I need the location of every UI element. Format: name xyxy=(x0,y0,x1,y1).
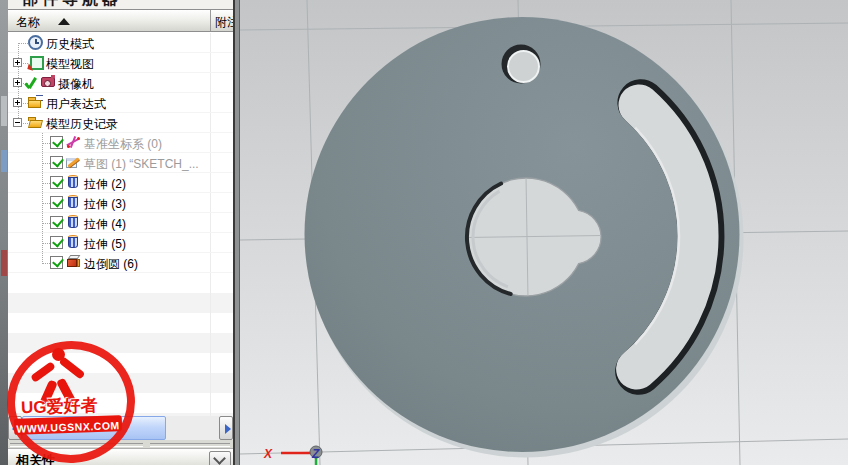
tree-row[interactable]: 拉伸 (3) xyxy=(8,193,233,213)
expand-toggle-icon[interactable] xyxy=(13,118,22,127)
checkmark-icon xyxy=(52,255,64,267)
feature-checkbox[interactable] xyxy=(50,196,63,209)
expand-toggle-icon[interactable] xyxy=(13,58,22,67)
csys-icon xyxy=(66,135,81,150)
blend-edge xyxy=(77,259,80,267)
tree-row[interactable]: 摄像机 xyxy=(8,73,233,93)
tree-item-label[interactable]: 摄像机 xyxy=(58,76,94,93)
feature-checkbox[interactable] xyxy=(50,256,63,269)
scroll-right-button[interactable] xyxy=(219,416,233,440)
graphics-viewport[interactable]: X Z xyxy=(240,0,848,465)
tree-row[interactable]: 草图 (1) “SKETCH_... xyxy=(8,153,233,173)
checkmark-icon xyxy=(52,215,64,227)
extrude-icon xyxy=(66,215,81,230)
tree-item-label[interactable]: 历史模式 xyxy=(46,36,94,53)
column-name-label[interactable]: 名称 xyxy=(16,14,40,31)
tree-row[interactable]: 拉伸 (5) xyxy=(8,233,233,253)
checkmark-icon xyxy=(52,155,64,167)
dependencies-label: 相关性 xyxy=(16,452,55,465)
scroll-left-button[interactable] xyxy=(8,416,22,440)
tree-row[interactable]: 用户表达式 xyxy=(8,93,233,113)
checkmark-icon xyxy=(52,135,64,147)
camera-icon xyxy=(41,77,55,87)
dependencies-section-bar[interactable]: 相关性 xyxy=(8,448,233,465)
graphics-canvas[interactable]: X Z xyxy=(240,0,848,465)
folder-expr-icon xyxy=(28,95,43,110)
checkmark-icon xyxy=(52,235,64,247)
resource-bar-segment xyxy=(1,150,7,172)
chevron-down-icon xyxy=(213,452,226,465)
expand-toggle-icon[interactable] xyxy=(13,98,22,107)
green-check-icon xyxy=(26,77,39,89)
tree-item-label[interactable]: 拉伸 (3) xyxy=(84,196,126,213)
resource-bar-strip xyxy=(0,0,8,465)
splitter-groove xyxy=(150,443,230,447)
scrollbar-thumb[interactable] xyxy=(22,416,166,440)
tree-empty-rows xyxy=(8,273,233,416)
splitter-groove xyxy=(10,443,143,447)
column-separator[interactable] xyxy=(210,10,211,32)
tree-item-label[interactable]: 边倒圆 (6) xyxy=(84,256,138,273)
column-note-label[interactable]: 附注 xyxy=(215,14,233,31)
resource-bar-segment xyxy=(1,250,7,276)
feature-checkbox[interactable] xyxy=(50,176,63,189)
sketch-icon xyxy=(66,155,81,170)
scroll-left-icon xyxy=(12,424,18,434)
tree-row[interactable]: 边倒圆 (6) xyxy=(8,253,233,273)
horizontal-scrollbar[interactable] xyxy=(8,416,233,440)
panel-title-text: 部件导航器 xyxy=(22,0,122,9)
extrude-icon xyxy=(66,195,81,210)
tree-row[interactable]: 模型视图 xyxy=(8,53,233,73)
checkmark-icon xyxy=(52,195,64,207)
tree-item-label[interactable]: 草图 (1) “SKETCH_... xyxy=(84,156,199,173)
feature-checkbox[interactable] xyxy=(50,236,63,249)
sort-ascending-icon[interactable] xyxy=(58,18,70,25)
checkmark-icon xyxy=(52,175,64,187)
tree-item-label[interactable]: 模型历史记录 xyxy=(46,116,118,133)
scroll-right-icon xyxy=(225,424,231,434)
resource-bar-segment xyxy=(1,96,7,126)
x-axis-label: X xyxy=(263,447,273,461)
extrude-icon xyxy=(66,235,81,250)
feature-tree: 历史模式 模型视图 摄像机 用户表达式 模型历史记录 基准坐标系 (0) 草 xyxy=(8,33,233,416)
expression-lines xyxy=(36,95,43,101)
z-axis-label: Z xyxy=(311,447,320,461)
tree-item-label[interactable]: 基准坐标系 (0) xyxy=(84,136,162,153)
clock-icon xyxy=(28,35,43,50)
tree-row[interactable]: 历史模式 xyxy=(8,33,233,53)
feature-checkbox[interactable] xyxy=(50,216,63,229)
feature-checkbox[interactable] xyxy=(50,136,63,149)
csys-dot xyxy=(77,137,80,140)
extrude-icon xyxy=(66,175,81,190)
top-hole-interior xyxy=(508,51,539,82)
nx-part-navigator-screen: 部件导航器 名称 附注 历史模式 模型视图 摄像机 xyxy=(0,0,848,465)
tree-item-label[interactable]: 模型视图 xyxy=(46,56,94,73)
tree-column-header[interactable]: 名称 附注 xyxy=(8,9,233,32)
top-hole xyxy=(502,45,541,84)
tree-item-label[interactable]: 拉伸 (5) xyxy=(84,236,126,253)
feature-checkbox[interactable] xyxy=(50,156,63,169)
tree-item-label[interactable]: 用户表达式 xyxy=(46,96,106,113)
part-navigator-panel: 部件导航器 名称 附注 历史模式 模型视图 摄像机 xyxy=(8,0,233,465)
folder-open-icon xyxy=(28,115,43,130)
tree-row[interactable]: 基准坐标系 (0) xyxy=(8,133,233,153)
edge-blend-icon xyxy=(66,255,81,270)
tree-item-label[interactable]: 拉伸 (2) xyxy=(84,176,126,193)
collapse-section-button[interactable] xyxy=(209,451,231,465)
panel-title-clipped: 部件导航器 xyxy=(8,0,233,9)
tree-row[interactable]: 拉伸 (2) xyxy=(8,173,233,193)
panel-splitter[interactable] xyxy=(8,440,233,448)
tree-item-label[interactable]: 拉伸 (4) xyxy=(84,216,126,233)
tree-row[interactable]: 模型历史记录 xyxy=(8,113,233,133)
model-view-icon xyxy=(28,55,43,70)
panel-viewport-divider[interactable] xyxy=(233,0,240,465)
expand-toggle-icon[interactable] xyxy=(13,78,22,87)
tree-row[interactable]: 拉伸 (4) xyxy=(8,213,233,233)
